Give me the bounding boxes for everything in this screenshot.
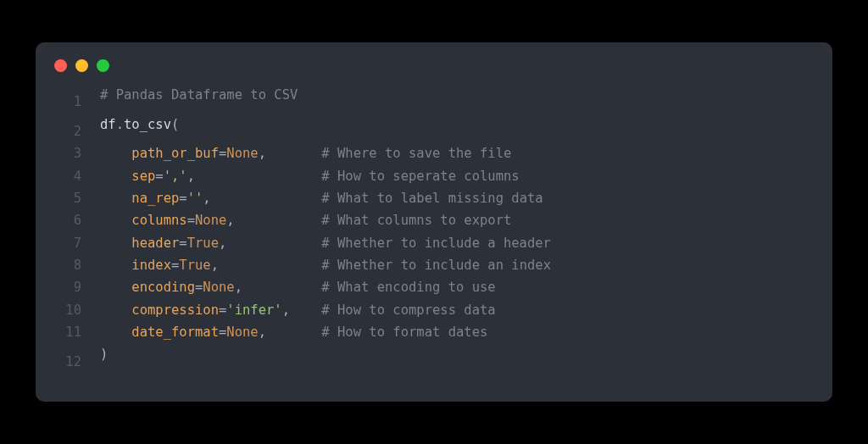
token-punct: , (235, 276, 242, 298)
inline-comment: # How to compress data (321, 299, 495, 321)
token-value-none: None (226, 142, 258, 164)
token-param: header (131, 232, 179, 254)
titlebar (36, 42, 832, 82)
code-line: 5 na_rep='', # What to label missing dat… (53, 187, 815, 209)
line-content: ) (100, 343, 815, 365)
token-string: '' (187, 187, 203, 209)
line-number: 7 (53, 232, 81, 254)
line-content: path_or_buf=None, # Where to save the fi… (100, 142, 815, 164)
code-line: 12) (53, 343, 815, 373)
token-value-none: None (195, 209, 226, 231)
line-number: 5 (53, 187, 81, 209)
token-comment: # Pandas Dataframe to CSV (100, 84, 298, 106)
token-string: 'infer' (226, 299, 281, 321)
code-line: 10 compression='infer', # How to compres… (53, 299, 815, 321)
line-content: df.to_csv( (100, 114, 815, 136)
token-punct: = (219, 142, 226, 164)
code-line: 11 date_format=None, # How to format dat… (53, 321, 815, 343)
token-value-bool: True (179, 254, 210, 276)
line-content: index=True, # Whether to include an inde… (100, 254, 815, 276)
line-content: # Pandas Dataframe to CSV (100, 84, 815, 106)
token-punct: , (219, 232, 226, 254)
inline-comment: # How to seperate columns (321, 165, 519, 187)
inline-comment: # What encoding to use (321, 276, 495, 298)
code-window: 1# Pandas Dataframe to CSV2df.to_csv(3 p… (36, 42, 832, 402)
line-number: 2 (53, 120, 81, 142)
token-punct: = (155, 165, 163, 187)
token-ident: df (100, 114, 116, 136)
token-param: date_format (131, 321, 219, 343)
token-punct: = (219, 299, 226, 321)
token-param: path_or_buf (131, 142, 219, 164)
line-content: columns=None, # What columns to export (100, 209, 815, 231)
token-punct: , (282, 299, 290, 321)
line-number: 8 (53, 254, 81, 276)
line-number: 4 (53, 165, 81, 187)
inline-comment: # What to label missing data (321, 187, 542, 209)
token-param: sep (131, 165, 155, 187)
token-punct: = (179, 187, 186, 209)
token-param: encoding (131, 276, 195, 298)
code-line: 3 path_or_buf=None, # Where to save the … (53, 142, 815, 164)
token-param: na_rep (131, 187, 179, 209)
code-line: 7 header=True, # Whether to include a he… (53, 232, 815, 254)
token-param: columns (131, 209, 186, 231)
token-punct: , (203, 187, 210, 209)
code-line: 8 index=True, # Whether to include an in… (53, 254, 815, 276)
token-ident: to_csv (124, 114, 171, 136)
minimize-icon[interactable] (75, 59, 88, 72)
token-punct: = (171, 254, 179, 276)
code-line: 4 sep=',', # How to seperate columns (53, 165, 815, 187)
token-value-none: None (226, 321, 258, 343)
line-number: 6 (53, 209, 81, 231)
token-value-none: None (203, 276, 234, 298)
line-content: sep=',', # How to seperate columns (100, 165, 815, 187)
token-punct: = (195, 276, 203, 298)
line-content: header=True, # Whether to include a head… (100, 232, 815, 254)
line-content: date_format=None, # How to format dates (100, 321, 815, 343)
code-area: 1# Pandas Dataframe to CSV2df.to_csv(3 p… (36, 82, 832, 381)
token-punct: ( (171, 114, 179, 136)
token-param: compression (131, 299, 219, 321)
token-dot: . (116, 114, 124, 136)
inline-comment: # Where to save the file (321, 142, 511, 164)
token-value-bool: True (187, 232, 219, 254)
inline-comment: # Whether to include a header (321, 232, 551, 254)
line-number: 11 (53, 321, 81, 343)
token-punct: , (226, 209, 234, 231)
line-number: 3 (53, 142, 81, 164)
line-content: compression='infer', # How to compress d… (100, 299, 815, 321)
line-number: 12 (53, 351, 81, 373)
line-content: encoding=None, # What encoding to use (100, 276, 815, 298)
token-punct: , (259, 142, 266, 164)
inline-comment: # What columns to export (321, 209, 511, 231)
token-punct: = (219, 321, 226, 343)
code-line: 1# Pandas Dataframe to CSV (53, 84, 815, 114)
maximize-icon[interactable] (97, 59, 109, 72)
line-number: 1 (53, 91, 81, 113)
code-line: 6 columns=None, # What columns to export (53, 209, 815, 231)
code-line: 9 encoding=None, # What encoding to use (53, 276, 815, 298)
line-number: 10 (53, 299, 81, 321)
token-punct: , (259, 321, 266, 343)
token-punct: , (187, 165, 195, 187)
line-number: 9 (53, 276, 81, 298)
line-content: na_rep='', # What to label missing data (100, 187, 815, 209)
token-string: ',' (164, 165, 187, 187)
code-line: 2df.to_csv( (53, 114, 815, 143)
close-icon[interactable] (54, 59, 67, 72)
inline-comment: # How to format dates (321, 321, 487, 343)
inline-comment: # Whether to include an index (321, 254, 551, 276)
token-param: index (131, 254, 171, 276)
token-punct: = (179, 232, 186, 254)
token-punct: ) (100, 343, 108, 365)
token-punct: , (211, 254, 219, 276)
token-punct: = (187, 209, 195, 231)
